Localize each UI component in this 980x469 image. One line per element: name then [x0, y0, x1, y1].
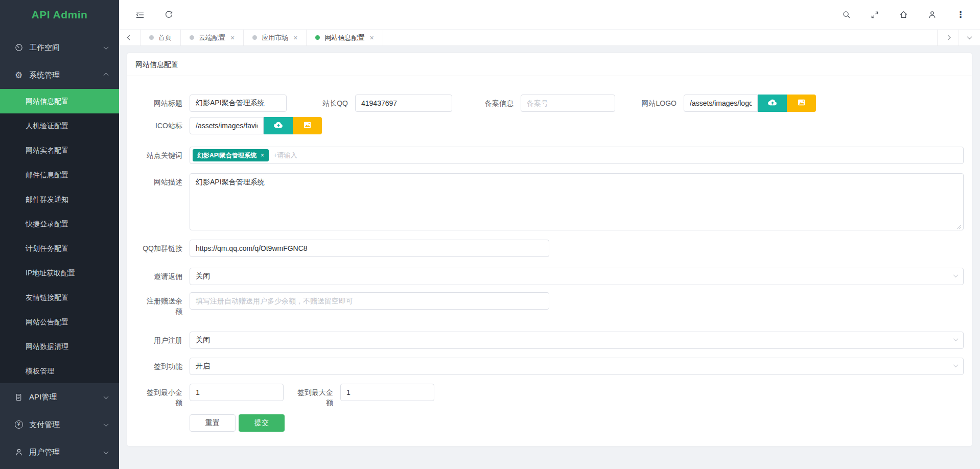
- submit-button[interactable]: 提交: [239, 414, 285, 432]
- user-icon[interactable]: [927, 10, 937, 20]
- sidebar-item-label: 用户管理: [29, 448, 60, 457]
- sidebar-item-label: 支付管理: [29, 420, 60, 430]
- search-icon[interactable]: [841, 10, 851, 20]
- tabbar-right: [937, 30, 980, 45]
- sidebar-subitem-mail-info[interactable]: 邮件信息配置: [0, 162, 119, 187]
- field-label: 备案信息: [452, 95, 514, 112]
- field-label: QQ加群链接: [142, 240, 182, 257]
- webmaster-qq-input[interactable]: [355, 95, 452, 112]
- field-label: 签到最大金额: [292, 384, 333, 408]
- image-icon: [796, 97, 807, 109]
- chevron-down-icon: [953, 272, 959, 277]
- sidebar-subitem-captcha[interactable]: 人机验证配置: [0, 113, 119, 138]
- fullscreen-icon[interactable]: [870, 10, 880, 20]
- logo-image-button[interactable]: [787, 95, 816, 112]
- more-icon[interactable]: ⋮: [955, 10, 966, 20]
- sidebar-subitem-announcement[interactable]: 网站公告配置: [0, 310, 119, 334]
- close-icon[interactable]: ×: [369, 34, 374, 42]
- qq-group-link-input[interactable]: [190, 240, 549, 257]
- signin-max-input[interactable]: [340, 384, 434, 401]
- chevron-down-icon: [953, 336, 959, 341]
- chevron-down-icon: [104, 421, 109, 427]
- tab-site-info-config[interactable]: 网站信息配置 ×: [307, 30, 383, 45]
- menu-fold-icon[interactable]: [135, 10, 145, 20]
- sidebar-item-workspace[interactable]: 工作空间: [0, 34, 119, 61]
- tabs-scroll-right-button[interactable]: [937, 30, 959, 45]
- dashboard-icon: [14, 43, 24, 53]
- sidebar-subitem-ip[interactable]: IP地址获取配置: [0, 261, 119, 285]
- tabs-menu-button[interactable]: [959, 30, 980, 45]
- chevron-up-icon: [104, 73, 109, 78]
- user-register-select[interactable]: 关闭: [190, 332, 964, 349]
- field-label: 签到最小金额: [142, 384, 182, 408]
- sidebar-item-payment[interactable]: ¥ 支付管理: [0, 411, 119, 438]
- signin-toggle-select[interactable]: 开启: [190, 358, 964, 375]
- ico-image-button[interactable]: [293, 117, 322, 134]
- sidebar-item-system[interactable]: ⚙ 系统管理: [0, 61, 119, 89]
- keywords-input[interactable]: 幻影API聚合管理系统 × +请输入: [190, 147, 964, 164]
- keywords-placeholder: +请输入: [273, 151, 297, 160]
- sidebar-subitem-friend-links[interactable]: 友情链接配置: [0, 285, 119, 310]
- invite-rebate-select[interactable]: 关闭: [190, 268, 964, 285]
- keyword-tag[interactable]: 幻影API聚合管理系统 ×: [193, 149, 269, 161]
- chevron-down-icon: [104, 394, 109, 399]
- field-label: 签到功能: [142, 358, 182, 375]
- register-bonus-input[interactable]: [190, 292, 549, 310]
- resize-handle-icon[interactable]: [956, 222, 962, 228]
- tab-dot: [190, 35, 194, 40]
- topbar-right: ⋮: [841, 10, 966, 20]
- sidebar-subitem-template[interactable]: 模板管理: [0, 359, 119, 383]
- sidebar-item-api[interactable]: API管理: [0, 383, 119, 411]
- chevron-down-icon: [967, 34, 972, 39]
- select-value: 关闭: [196, 272, 210, 281]
- home-icon[interactable]: [898, 10, 908, 20]
- tab-label: 应用市场: [262, 33, 288, 42]
- sidebar-subitem-site-info[interactable]: 网站信息配置: [0, 89, 119, 113]
- image-icon: [302, 120, 313, 132]
- field-label: 注册赠送余额: [142, 292, 182, 316]
- sidebar-submenu: 网站信息配置 人机验证配置 网站实名配置 邮件信息配置 邮件群发通知 快捷登录配…: [0, 89, 119, 383]
- site-info-card: 网站信息配置 网站标题 站长QQ 备案信息: [127, 53, 972, 446]
- tabbar: 首页 云端配置 × 应用市场 × 网站信息配置 ×: [119, 29, 980, 46]
- ico-input-group: [190, 117, 322, 134]
- page-title: 网站信息配置: [127, 53, 972, 76]
- sidebar-subitem-mail-bulk[interactable]: 邮件群发通知: [0, 187, 119, 212]
- reset-button[interactable]: 重置: [190, 414, 236, 432]
- field-label: 站长QQ: [287, 95, 348, 112]
- signin-min-input[interactable]: [190, 384, 284, 401]
- tab-label: 云端配置: [199, 33, 225, 42]
- site-title-input[interactable]: [190, 95, 287, 112]
- description-textarea[interactable]: 幻影API聚合管理系统: [190, 173, 964, 230]
- sidebar-subitem-data-clean[interactable]: 网站数据清理: [0, 334, 119, 359]
- sidebar-subitem-quick-login[interactable]: 快捷登录配置: [0, 212, 119, 236]
- ico-upload-button[interactable]: [264, 117, 293, 134]
- logo-upload-button[interactable]: [758, 95, 787, 112]
- chevron-down-icon: [104, 44, 109, 50]
- app-root: API Admin 工作空间 ⚙ 系统管理 网站信息配置: [0, 0, 980, 469]
- logo-path-input[interactable]: [684, 95, 758, 112]
- tab-dot: [252, 35, 257, 40]
- beian-input[interactable]: [521, 95, 615, 112]
- tab-app-market[interactable]: 应用市场 ×: [244, 30, 307, 45]
- tabs-scroll-left-button[interactable]: [119, 30, 141, 45]
- sidebar-item-label: API管理: [29, 392, 57, 402]
- tab-home[interactable]: 首页: [141, 30, 181, 45]
- tab-cloud-config[interactable]: 云端配置 ×: [181, 30, 244, 45]
- close-icon[interactable]: ×: [230, 34, 235, 42]
- chevron-left-icon: [127, 35, 132, 40]
- field-label: 网站标题: [142, 95, 182, 112]
- sidebar-item-users[interactable]: 用户管理: [0, 438, 119, 466]
- close-icon[interactable]: ×: [293, 34, 297, 42]
- sidebar-subitem-realname[interactable]: 网站实名配置: [0, 138, 119, 162]
- refresh-icon[interactable]: [164, 10, 174, 20]
- field-label: ICO站标: [142, 117, 182, 134]
- chevron-right-icon: [946, 35, 951, 40]
- topbar: ⋮: [119, 0, 980, 29]
- field-label: 网站LOGO: [615, 95, 676, 112]
- tab-label: 首页: [158, 33, 172, 42]
- user-icon: [14, 448, 24, 457]
- ico-path-input[interactable]: [190, 117, 264, 134]
- sidebar-subitem-cron[interactable]: 计划任务配置: [0, 236, 119, 261]
- app-title: API Admin: [0, 0, 119, 29]
- close-icon[interactable]: ×: [261, 152, 264, 159]
